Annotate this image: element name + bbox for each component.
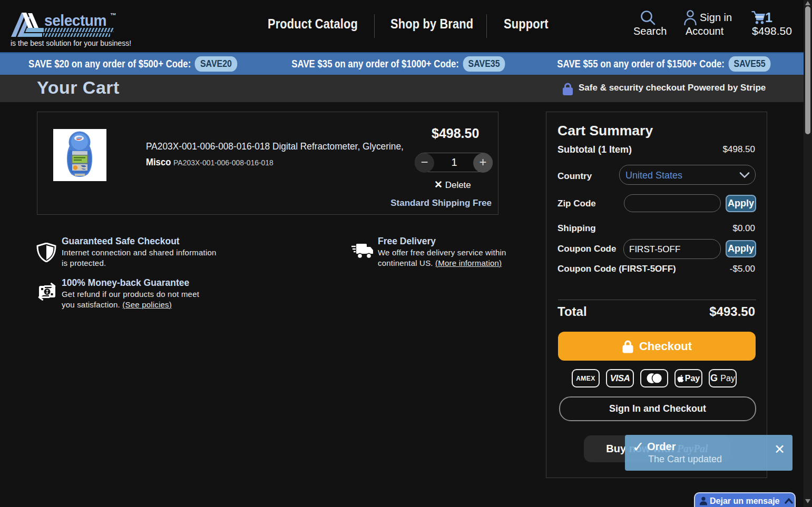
svg-text:™: ™	[110, 12, 116, 19]
svg-text:selectum: selectum	[44, 12, 106, 29]
